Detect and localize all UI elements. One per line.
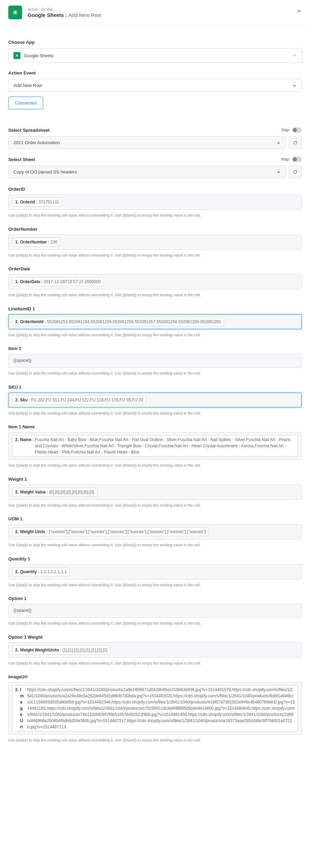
refresh-spreadsheet-button[interactable]: [289, 136, 302, 149]
pill-item1name[interactable]: 2.Name:Fuschia Nail Art - Baby Bow - Blu…: [12, 435, 298, 457]
pill-ordernumber[interactable]: 1.OrderNumber:236: [12, 238, 60, 247]
field-label-quantity1: Quantity 1: [8, 556, 302, 561]
spreadsheet-label: Select Spreadsheet: [8, 128, 50, 133]
field-label-uom1: UOM 1: [8, 516, 302, 521]
google-sheets-icon: [8, 6, 22, 19]
choose-app-label: Choose App: [8, 40, 302, 45]
action-event-select[interactable]: Add New Row: [8, 79, 302, 92]
field-label-item1: Item 1: [8, 346, 302, 351]
field-input-orderid[interactable]: 1.OrderId:371791131: [8, 194, 302, 210]
refresh-sheet-button[interactable]: [289, 166, 302, 178]
header-title: Google Sheets : Add New Row: [28, 12, 101, 18]
pill-orderdate[interactable]: 1.OrderDate:2017-12-28T19:57:27.0000000: [12, 277, 104, 286]
helper-text: Use {{skip}} to skip the existing cell v…: [8, 332, 302, 338]
action-event-label: Action Event: [8, 70, 302, 76]
spreadsheet-select[interactable]: 2021 Order Automation: [8, 136, 286, 149]
helper-text: Use {{skip}} to skip the existing cell v…: [8, 410, 302, 416]
refresh-icon: [293, 140, 298, 145]
choose-app-select[interactable]: Google Sheets: [8, 48, 302, 63]
field-input-uom1[interactable]: 2.Weight Units:["ounces"],["ounces"],["o…: [8, 524, 302, 539]
sheet-label: Select Sheet: [8, 157, 35, 162]
pill-option1weight[interactable]: 2.Weight WeightUnits:[1],[1],[1],[1],[1]…: [12, 646, 110, 655]
field-input-sku1[interactable]: 2.Sku:FU 202,FU 311,FU 244,FU 122,FU 118…: [8, 392, 302, 408]
helper-text: Use {{skip}} to skip the existing cell v…: [8, 502, 302, 508]
field-input-quantity1[interactable]: 2.Quantity:1,1,1,1,1,1,1,1: [8, 564, 302, 579]
step-header: Action : Do this ... Google Sheets : Add…: [0, 0, 310, 25]
field-input-item1[interactable]: {{space}}: [8, 354, 302, 368]
pill-lineitemid[interactable]: 2.OrderItemId:552081253,552081254,552081…: [12, 317, 224, 326]
helper-text: Use {{skip}} to skip the existing cell v…: [8, 462, 302, 468]
connected-button[interactable]: Connected: [8, 97, 43, 109]
helper-text: Use {{skip}} to skip the existing cell v…: [8, 737, 302, 743]
helper-text: Use {{skip}} to skip the existing cell v…: [8, 212, 302, 218]
pill-weight1[interactable]: 2.Weight Value:[0],[0],[0],[0],[0],[0],[…: [12, 488, 97, 497]
google-sheets-small-icon: [13, 52, 20, 59]
helper-text: Use {{skip}} to skip the existing cell v…: [8, 370, 302, 376]
field-input-ordernumber[interactable]: 1.OrderNumber:236: [8, 235, 302, 250]
field-label-imageurl: ImageUrl: [8, 674, 302, 679]
pill-imageurl[interactable]: 2.ImageUrl:https://cdn.shopify.com/s/fil…: [12, 685, 298, 731]
field-label-option1: Option 1: [8, 596, 302, 601]
pill-orderid[interactable]: 1.OrderId:371791131: [12, 198, 62, 207]
field-label-lineitemid: LineItemID 1: [8, 306, 302, 311]
refresh-icon: [293, 170, 298, 174]
field-label-weight1: Weight 1: [8, 477, 302, 482]
svg-rect-4: [15, 11, 16, 14]
field-input-option1[interactable]: {{space}}: [8, 604, 302, 618]
field-input-item1name[interactable]: 2.Name:Fuschia Nail Art - Baby Bow - Blu…: [8, 432, 302, 460]
field-label-orderid: OrderID: [8, 187, 302, 192]
toggle-icon[interactable]: [292, 127, 302, 133]
map-toggle-sheet[interactable]: Map: [281, 157, 302, 162]
field-input-option1weight[interactable]: 2.Weight WeightUnits:[1],[1],[1],[1],[1]…: [8, 642, 302, 658]
helper-text: Use {{skip}} to skip the existing cell v…: [8, 252, 302, 258]
map-toggle-spreadsheet[interactable]: Map: [281, 127, 302, 133]
field-input-lineitemid[interactable]: 2.OrderItemId:552081253,552081254,552081…: [8, 314, 302, 329]
caret-down-icon: [277, 141, 281, 145]
helper-text: Use {{skip}} to skip the existing cell v…: [8, 542, 302, 548]
pill-sku1[interactable]: 2.Sku:FU 202,FU 311,FU 244,FU 122,FU 118…: [12, 396, 146, 405]
caret-up-icon: [277, 170, 281, 174]
svg-rect-8: [17, 55, 17, 57]
helper-text: Use {{skip}} to skip the existing cell v…: [8, 620, 302, 626]
field-label-option1weight: Option 1 Weight: [8, 635, 302, 640]
pill-uom1[interactable]: 2.Weight Units:["ounces"],["ounces"],["o…: [12, 527, 209, 536]
field-input-imageurl[interactable]: 2.ImageUrl:https://cdn.shopify.com/s/fil…: [8, 682, 302, 735]
caret-down-icon: [292, 53, 297, 58]
helper-text: Use {{skip}} to skip the existing cell v…: [8, 582, 302, 588]
field-label-orderdate: OrderDate: [8, 266, 302, 271]
helper-text: Use {{skip}} to skip the existing cell v…: [8, 660, 302, 666]
field-input-orderdate[interactable]: 1.OrderDate:2017-12-28T19:57:27.0000000: [8, 274, 302, 289]
caret-down-icon: [292, 83, 297, 88]
pill-quantity1[interactable]: 2.Quantity:1,1,1,1,1,1,1,1: [12, 567, 70, 576]
header-subtitle: Action : Do this ...: [28, 7, 101, 11]
sheet-select[interactable]: Copy of OG parsed SS headers: [8, 166, 286, 178]
field-label-item1name: Item 1 Name: [8, 424, 302, 429]
field-label-ordernumber: OrderNumber: [8, 227, 302, 232]
collapse-icon[interactable]: [296, 8, 302, 15]
toggle-icon[interactable]: [292, 157, 302, 162]
helper-text: Use {{skip}} to skip the existing cell v…: [8, 292, 302, 298]
field-label-sku1: SKU 1: [8, 385, 302, 390]
field-input-weight1[interactable]: 2.Weight Value:[0],[0],[0],[0],[0],[0],[…: [8, 485, 302, 500]
